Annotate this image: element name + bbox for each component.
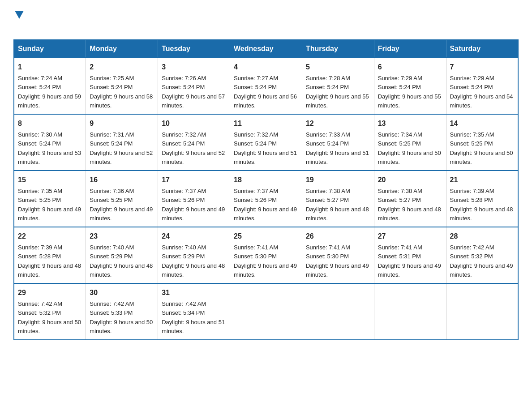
day-info: Sunrise: 7:35 AMSunset: 5:25 PMDaylight:… — [18, 188, 81, 222]
day-info: Sunrise: 7:38 AMSunset: 5:27 PMDaylight:… — [378, 188, 441, 222]
day-info: Sunrise: 7:32 AMSunset: 5:24 PMDaylight:… — [234, 131, 297, 165]
calendar-week-row: 29Sunrise: 7:42 AMSunset: 5:32 PMDayligh… — [14, 283, 518, 340]
day-number: 31 — [162, 287, 226, 298]
day-number: 9 — [90, 118, 154, 129]
calendar-table: SundayMondayTuesdayWednesdayThursdayFrid… — [13, 39, 519, 340]
day-info: Sunrise: 7:30 AMSunset: 5:24 PMDaylight:… — [18, 131, 81, 165]
day-number: 22 — [18, 231, 82, 242]
day-info: Sunrise: 7:26 AMSunset: 5:24 PMDaylight:… — [162, 75, 225, 109]
day-of-week-header: Saturday — [446, 40, 518, 58]
calendar-week-row: 1Sunrise: 7:24 AMSunset: 5:24 PMDaylight… — [14, 58, 518, 114]
day-number: 21 — [450, 175, 514, 185]
day-of-week-header: Thursday — [302, 40, 374, 58]
day-number: 7 — [450, 62, 514, 73]
day-info: Sunrise: 7:32 AMSunset: 5:24 PMDaylight:… — [162, 131, 225, 165]
calendar-day-cell — [446, 283, 518, 340]
page-header — [13, 9, 519, 31]
day-number: 2 — [90, 62, 154, 73]
calendar-day-cell: 20Sunrise: 7:38 AMSunset: 5:27 PMDayligh… — [374, 171, 446, 227]
calendar-day-cell — [374, 283, 446, 340]
day-info: Sunrise: 7:40 AMSunset: 5:29 PMDaylight:… — [162, 244, 225, 278]
day-info: Sunrise: 7:40 AMSunset: 5:29 PMDaylight:… — [90, 244, 153, 278]
calendar-day-cell: 30Sunrise: 7:42 AMSunset: 5:33 PMDayligh… — [86, 283, 158, 340]
day-info: Sunrise: 7:27 AMSunset: 5:24 PMDaylight:… — [234, 75, 297, 109]
day-number: 24 — [162, 231, 226, 242]
day-info: Sunrise: 7:33 AMSunset: 5:24 PMDaylight:… — [306, 131, 369, 165]
day-info: Sunrise: 7:25 AMSunset: 5:24 PMDaylight:… — [90, 75, 153, 109]
day-number: 14 — [450, 118, 514, 129]
calendar-day-cell: 4Sunrise: 7:27 AMSunset: 5:24 PMDaylight… — [230, 58, 302, 114]
day-number: 16 — [90, 175, 154, 185]
logo — [13, 9, 24, 31]
day-info: Sunrise: 7:41 AMSunset: 5:31 PMDaylight:… — [378, 244, 441, 278]
day-number: 17 — [162, 175, 226, 185]
calendar-day-cell: 18Sunrise: 7:37 AMSunset: 5:26 PMDayligh… — [230, 171, 302, 227]
day-of-week-header: Monday — [86, 40, 158, 58]
calendar-day-cell: 25Sunrise: 7:41 AMSunset: 5:30 PMDayligh… — [230, 227, 302, 283]
day-of-week-header: Sunday — [14, 40, 86, 58]
day-info: Sunrise: 7:37 AMSunset: 5:26 PMDaylight:… — [162, 188, 225, 222]
calendar-day-cell: 16Sunrise: 7:36 AMSunset: 5:25 PMDayligh… — [86, 171, 158, 227]
calendar-day-cell: 3Sunrise: 7:26 AMSunset: 5:24 PMDaylight… — [158, 58, 230, 114]
day-number: 3 — [162, 62, 226, 73]
day-number: 8 — [18, 118, 82, 129]
day-info: Sunrise: 7:41 AMSunset: 5:30 PMDaylight:… — [234, 244, 297, 278]
calendar-day-cell — [230, 283, 302, 340]
day-number: 26 — [306, 231, 370, 242]
day-number: 10 — [162, 118, 226, 129]
day-info: Sunrise: 7:29 AMSunset: 5:24 PMDaylight:… — [378, 75, 441, 109]
calendar-week-row: 22Sunrise: 7:39 AMSunset: 5:28 PMDayligh… — [14, 227, 518, 283]
calendar-day-cell: 23Sunrise: 7:40 AMSunset: 5:29 PMDayligh… — [86, 227, 158, 283]
calendar-day-cell: 31Sunrise: 7:42 AMSunset: 5:34 PMDayligh… — [158, 283, 230, 340]
calendar-day-cell: 28Sunrise: 7:42 AMSunset: 5:32 PMDayligh… — [446, 227, 518, 283]
calendar-day-cell: 9Sunrise: 7:31 AMSunset: 5:24 PMDaylight… — [86, 114, 158, 171]
day-number: 27 — [378, 231, 442, 242]
day-of-week-header: Friday — [374, 40, 446, 58]
day-of-week-header: Tuesday — [158, 40, 230, 58]
day-number: 4 — [234, 62, 298, 73]
day-number: 20 — [378, 175, 442, 185]
day-number: 15 — [18, 175, 82, 185]
day-info: Sunrise: 7:24 AMSunset: 5:24 PMDaylight:… — [18, 75, 81, 109]
calendar-day-cell: 26Sunrise: 7:41 AMSunset: 5:30 PMDayligh… — [302, 227, 374, 283]
logo-general-text — [13, 9, 24, 19]
calendar-day-cell: 2Sunrise: 7:25 AMSunset: 5:24 PMDaylight… — [86, 58, 158, 114]
calendar-day-cell: 24Sunrise: 7:40 AMSunset: 5:29 PMDayligh… — [158, 227, 230, 283]
day-number: 5 — [306, 62, 370, 73]
day-info: Sunrise: 7:37 AMSunset: 5:26 PMDaylight:… — [234, 188, 297, 222]
days-of-week-row: SundayMondayTuesdayWednesdayThursdayFrid… — [14, 40, 518, 58]
day-number: 6 — [378, 62, 442, 73]
day-of-week-header: Wednesday — [230, 40, 302, 58]
day-number: 28 — [450, 231, 514, 242]
day-number: 29 — [18, 287, 82, 298]
day-info: Sunrise: 7:34 AMSunset: 5:25 PMDaylight:… — [378, 131, 441, 165]
calendar-day-cell: 17Sunrise: 7:37 AMSunset: 5:26 PMDayligh… — [158, 171, 230, 227]
calendar-header: SundayMondayTuesdayWednesdayThursdayFrid… — [14, 40, 518, 58]
calendar-day-cell: 19Sunrise: 7:38 AMSunset: 5:27 PMDayligh… — [302, 171, 374, 227]
calendar-day-cell: 5Sunrise: 7:28 AMSunset: 5:24 PMDaylight… — [302, 58, 374, 114]
day-number: 11 — [234, 118, 298, 129]
day-number: 25 — [234, 231, 298, 242]
day-number: 19 — [306, 175, 370, 185]
calendar-day-cell: 13Sunrise: 7:34 AMSunset: 5:25 PMDayligh… — [374, 114, 446, 171]
calendar-day-cell: 10Sunrise: 7:32 AMSunset: 5:24 PMDayligh… — [158, 114, 230, 171]
day-number: 12 — [306, 118, 370, 129]
calendar-day-cell: 6Sunrise: 7:29 AMSunset: 5:24 PMDaylight… — [374, 58, 446, 114]
day-info: Sunrise: 7:42 AMSunset: 5:32 PMDaylight:… — [450, 244, 513, 278]
calendar-week-row: 8Sunrise: 7:30 AMSunset: 5:24 PMDaylight… — [14, 114, 518, 171]
day-info: Sunrise: 7:39 AMSunset: 5:28 PMDaylight:… — [18, 244, 81, 278]
day-info: Sunrise: 7:42 AMSunset: 5:34 PMDaylight:… — [162, 300, 225, 334]
day-number: 1 — [18, 62, 82, 73]
logo-triangle-icon — [15, 11, 24, 19]
day-info: Sunrise: 7:39 AMSunset: 5:28 PMDaylight:… — [450, 188, 513, 222]
day-info: Sunrise: 7:36 AMSunset: 5:25 PMDaylight:… — [90, 188, 153, 222]
calendar-week-row: 15Sunrise: 7:35 AMSunset: 5:25 PMDayligh… — [14, 171, 518, 227]
calendar-day-cell: 29Sunrise: 7:42 AMSunset: 5:32 PMDayligh… — [14, 283, 86, 340]
day-info: Sunrise: 7:41 AMSunset: 5:30 PMDaylight:… — [306, 244, 369, 278]
calendar-day-cell: 14Sunrise: 7:35 AMSunset: 5:25 PMDayligh… — [446, 114, 518, 171]
calendar-day-cell: 1Sunrise: 7:24 AMSunset: 5:24 PMDaylight… — [14, 58, 86, 114]
day-number: 23 — [90, 231, 154, 242]
calendar-day-cell: 7Sunrise: 7:29 AMSunset: 5:24 PMDaylight… — [446, 58, 518, 114]
day-info: Sunrise: 7:28 AMSunset: 5:24 PMDaylight:… — [306, 75, 369, 109]
day-info: Sunrise: 7:42 AMSunset: 5:32 PMDaylight:… — [18, 300, 81, 334]
